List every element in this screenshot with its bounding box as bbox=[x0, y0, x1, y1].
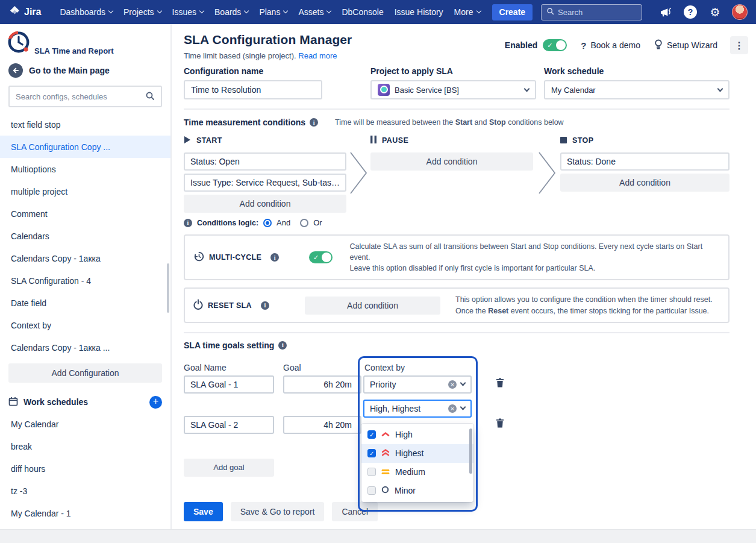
nav-boards[interactable]: Boards bbox=[209, 0, 254, 24]
delete-goal-button[interactable] bbox=[494, 376, 506, 391]
pause-add-condition-button[interactable]: Add condition bbox=[370, 152, 533, 171]
checkbox[interactable] bbox=[367, 430, 376, 439]
goal-name-input[interactable] bbox=[184, 416, 274, 434]
start-condition[interactable]: Issue Type: Service Request, Sub-task, T… bbox=[184, 174, 346, 192]
info-icon[interactable] bbox=[184, 219, 192, 227]
info-icon[interactable] bbox=[278, 341, 287, 350]
nav-assets[interactable]: Assets bbox=[293, 0, 336, 24]
stop-condition[interactable]: Status: Done bbox=[560, 152, 729, 171]
option-highest[interactable]: Highest bbox=[361, 444, 473, 463]
project-select[interactable]: Basic Service [BS] bbox=[370, 80, 536, 99]
context-values-value: High, Highest bbox=[370, 404, 444, 413]
save-button[interactable]: Save bbox=[184, 502, 223, 521]
dropdown-scrollbar[interactable] bbox=[469, 428, 472, 474]
add-schedule-button[interactable] bbox=[149, 396, 162, 409]
schedule-item[interactable]: My Calendar bbox=[0, 413, 170, 435]
config-item[interactable]: Calendars Copy - 1акка ... bbox=[0, 336, 170, 359]
start-condition[interactable]: Status: Open bbox=[184, 152, 346, 171]
multi-cycle-toggle[interactable] bbox=[309, 251, 333, 263]
page-title: SLA Configuration Manager bbox=[184, 33, 352, 47]
user-avatar[interactable] bbox=[732, 4, 748, 20]
announcement-icon[interactable] bbox=[658, 4, 673, 20]
config-item[interactable]: Comment bbox=[0, 202, 170, 225]
work-schedule-select[interactable]: My Calendar bbox=[544, 80, 729, 99]
settings-gear-icon[interactable] bbox=[707, 4, 723, 20]
nav-dbconsole[interactable]: DbConsole bbox=[336, 0, 389, 24]
nav-label: Boards bbox=[214, 7, 241, 17]
goal-name-input[interactable] bbox=[184, 375, 274, 394]
config-item-selected[interactable]: SLA Configuration Copy ... bbox=[0, 136, 170, 158]
nav-plans[interactable]: Plans bbox=[254, 0, 293, 24]
nav-issues[interactable]: Issues bbox=[167, 0, 209, 24]
setup-wizard-button[interactable]: Setup Wizard bbox=[654, 39, 717, 52]
config-name-input[interactable] bbox=[184, 80, 322, 99]
schedule-item[interactable]: diff hours bbox=[0, 457, 170, 480]
logic-and-radio[interactable] bbox=[263, 219, 272, 227]
goal-value-input[interactable] bbox=[283, 416, 361, 434]
jira-logo[interactable]: Jira bbox=[8, 5, 41, 19]
sidebar-scrollbar[interactable] bbox=[167, 263, 169, 313]
desc-line: This option allows you to configure the … bbox=[455, 294, 713, 305]
config-item[interactable]: multiple project bbox=[0, 180, 170, 202]
top-navigation: Jira Dashboards Projects Issues Boards P… bbox=[0, 0, 756, 24]
global-search-input[interactable] bbox=[558, 8, 637, 17]
nav-projects[interactable]: Projects bbox=[118, 0, 167, 24]
goal-value-input[interactable] bbox=[283, 375, 361, 394]
chevron-down-icon bbox=[157, 8, 161, 13]
nav-issue-history[interactable]: Issue History bbox=[389, 0, 449, 24]
checkbox[interactable] bbox=[367, 449, 376, 457]
project-value: Basic Service [BS] bbox=[395, 86, 459, 95]
clear-icon[interactable] bbox=[448, 404, 457, 413]
chevron-down-icon bbox=[326, 8, 331, 13]
config-item[interactable]: Date field bbox=[0, 292, 170, 314]
clear-icon[interactable] bbox=[448, 380, 457, 389]
back-to-main-link[interactable]: Go to the Main page bbox=[0, 63, 170, 78]
delete-goal-button[interactable] bbox=[494, 416, 506, 432]
config-item[interactable]: Context by bbox=[0, 314, 170, 336]
start-label: START bbox=[196, 136, 222, 145]
add-configuration-button[interactable]: Add Configuration bbox=[8, 363, 162, 383]
option-minor[interactable]: Minor bbox=[361, 482, 473, 500]
multi-cycle-label-group: MULTI-CYCLE bbox=[193, 251, 309, 263]
pause-header: PAUSE bbox=[370, 133, 533, 148]
enabled-toggle[interactable] bbox=[543, 39, 567, 51]
config-search-input[interactable] bbox=[16, 92, 140, 101]
app-clock-logo-icon bbox=[6, 30, 31, 57]
logic-or-radio[interactable] bbox=[300, 219, 308, 227]
info-icon[interactable] bbox=[270, 253, 279, 262]
config-item[interactable]: Calendars bbox=[0, 225, 170, 247]
context-field-select[interactable]: Priority bbox=[363, 375, 472, 394]
add-goal-button[interactable]: Add goal bbox=[184, 459, 274, 477]
goals-title: SLA time goals setting bbox=[184, 341, 274, 350]
context-values-select[interactable]: High, Highest bbox=[363, 400, 472, 418]
history-cycle-icon bbox=[193, 251, 204, 263]
config-item[interactable]: text field stop bbox=[0, 113, 170, 136]
help-icon[interactable] bbox=[683, 4, 698, 20]
config-item[interactable]: Calendars Copy - 1акка bbox=[0, 247, 170, 269]
checkbox[interactable] bbox=[367, 468, 376, 476]
stop-add-condition-button[interactable]: Add condition bbox=[560, 174, 729, 192]
nav-more[interactable]: More bbox=[449, 0, 486, 24]
book-demo-button[interactable]: Book a demo bbox=[581, 40, 640, 51]
option-medium[interactable]: Medium bbox=[361, 463, 473, 482]
read-more-link[interactable]: Read more bbox=[298, 51, 337, 60]
config-item[interactable]: SLA Configuration - 4 bbox=[0, 269, 170, 292]
create-button[interactable]: Create bbox=[492, 4, 533, 20]
checkbox[interactable] bbox=[367, 486, 376, 495]
cancel-button[interactable]: Cancel bbox=[332, 502, 378, 521]
schedule-item[interactable]: break bbox=[0, 435, 170, 457]
chevron-down-icon bbox=[460, 404, 466, 410]
start-add-condition-button[interactable]: Add condition bbox=[184, 195, 346, 213]
nav-dashboards[interactable]: Dashboards bbox=[54, 0, 118, 24]
schedule-item[interactable]: My Calendar - 1 bbox=[0, 502, 170, 524]
save-go-report-button[interactable]: Save & Go to report bbox=[231, 502, 325, 521]
info-icon[interactable] bbox=[261, 301, 269, 310]
reset-add-condition-button[interactable]: Add condition bbox=[305, 297, 440, 315]
more-options-button[interactable] bbox=[730, 36, 748, 54]
info-icon[interactable] bbox=[310, 118, 318, 127]
schedule-item[interactable]: tz -3 bbox=[0, 480, 170, 502]
multi-cycle-label: MULTI-CYCLE bbox=[209, 253, 261, 262]
config-item[interactable]: Multioptions bbox=[0, 158, 170, 180]
subtitle-text: Time limit based (single project). bbox=[184, 51, 296, 60]
option-high[interactable]: High bbox=[361, 425, 473, 444]
